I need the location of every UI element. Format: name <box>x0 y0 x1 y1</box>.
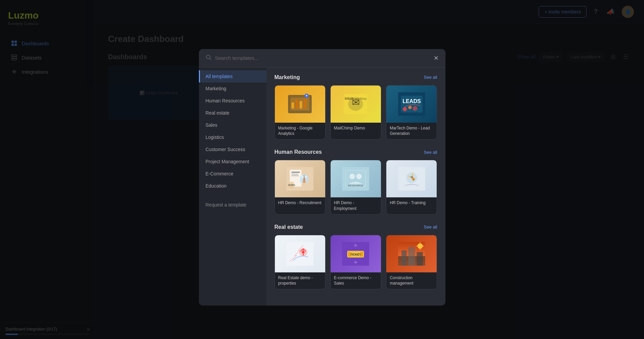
svg-point-51 <box>354 244 357 247</box>
modal-sidebar-marketing[interactable]: Marketing <box>199 82 266 94</box>
modal-sidebar-request[interactable]: Request a template <box>199 198 266 211</box>
svg-rect-49 <box>348 252 351 257</box>
hr-section-title: Human Resources <box>275 149 322 155</box>
modal-sidebar-projectmgmt[interactable]: Project Management <box>199 155 266 167</box>
template-card-marketing-ga[interactable]: Marketing - Google Analytics <box>275 85 326 140</box>
search-input[interactable] <box>215 55 430 61</box>
template-card-re-properties[interactable]: Real Estate demo - properties <box>275 235 326 290</box>
template-label-martech: MarTech Demo - Lead Generation <box>386 122 437 139</box>
svg-point-58 <box>417 243 423 249</box>
svg-rect-30 <box>291 174 298 174</box>
svg-text:RESOURCE: RESOURCE <box>348 184 363 187</box>
svg-point-25 <box>408 105 412 109</box>
realestate-see-all[interactable]: See all <box>424 224 437 229</box>
template-thumb-marketing-ga <box>275 85 325 122</box>
hr-section: Human Resources See all <box>275 149 437 215</box>
template-label-hr-employment: HR Demo - Employment <box>331 197 381 214</box>
template-label-hr-recruitment: HR Demo - Recruitment <box>275 197 325 209</box>
svg-rect-50 <box>360 252 363 257</box>
svg-point-24 <box>403 107 407 111</box>
template-card-hr-employment[interactable]: RESOURCE HR Demo - Employment <box>330 160 381 215</box>
hr-see-all[interactable]: See all <box>424 149 437 154</box>
template-label-hr-training: HR Demo - Training <box>386 197 437 209</box>
template-label-ecommerce-sales: E-commerce Demo -Sales <box>331 272 381 289</box>
svg-text:TICKET: TICKET <box>350 253 361 256</box>
marketing-templates-grid: Marketing - Google Analytics ✉ intuit ma… <box>275 85 437 140</box>
template-thumb-ecommerce-sales: TICKET <box>331 235 381 272</box>
svg-rect-14 <box>304 99 306 108</box>
template-thumb-hr-training: 🤸 <box>386 160 437 197</box>
modal-sidebar-realestate[interactable]: Real estate <box>199 106 266 119</box>
svg-rect-55 <box>402 250 407 266</box>
svg-text:LEADS: LEADS <box>403 98 421 104</box>
modal-sidebar-education[interactable]: Education <box>199 179 266 192</box>
marketing-section-header: Marketing See all <box>275 74 437 80</box>
hr-section-header: Human Resources See all <box>275 149 437 155</box>
svg-rect-56 <box>408 247 415 266</box>
svg-rect-29 <box>291 172 300 173</box>
marketing-see-all[interactable]: See all <box>424 75 437 80</box>
modal-body: All templates Marketing Human Resources … <box>199 67 445 306</box>
realestate-section-header: Real estate See all <box>275 224 437 230</box>
svg-rect-12 <box>295 99 298 108</box>
svg-point-45 <box>302 251 305 253</box>
svg-point-37 <box>356 174 362 179</box>
svg-text:JOBS: JOBS <box>288 184 295 187</box>
modal-sidebar-hr[interactable]: Human Resources <box>199 94 266 106</box>
modal-search-bar: ✕ <box>199 49 445 67</box>
template-label-re-properties: Real Estate demo - properties <box>275 272 325 289</box>
template-label-marketing-ga: Marketing - Google Analytics <box>275 122 325 139</box>
template-card-construction[interactable]: Construction management <box>386 235 437 290</box>
svg-text:mailchimp: mailchimp <box>353 97 367 100</box>
template-label-construction: Construction management <box>386 272 437 289</box>
svg-rect-13 <box>300 101 302 108</box>
svg-text:🤸: 🤸 <box>407 173 416 182</box>
svg-rect-11 <box>291 102 294 108</box>
marketing-section-title: Marketing <box>275 74 300 80</box>
modal-sidebar-logistics[interactable]: Logistics <box>199 131 266 143</box>
template-card-hr-training[interactable]: 🤸 HR Demo - Training <box>386 160 437 215</box>
svg-text:intuit: intuit <box>345 96 353 100</box>
template-thumb-re-properties <box>275 235 325 272</box>
template-thumb-mailchimp: ✉ intuit mailchimp <box>331 85 381 122</box>
template-card-mailchimp[interactable]: ✉ intuit mailchimp MailChimp Demo <box>330 85 381 140</box>
modal-template-content: Marketing See all <box>266 67 445 306</box>
template-thumb-hr-recruitment: 👔 JOBS <box>275 160 325 197</box>
modal-sidebar: All templates Marketing Human Resources … <box>199 67 266 306</box>
modal-sidebar-all-templates[interactable]: All templates <box>199 70 266 82</box>
modal-sidebar-customersuccess[interactable]: Customer Success <box>199 143 266 155</box>
template-thumb-construction <box>386 235 437 272</box>
svg-rect-31 <box>291 175 299 176</box>
template-modal: ✕ All templates Marketing Human Resource… <box>199 49 445 306</box>
realestate-section: Real estate See all <box>275 224 437 290</box>
marketing-section: Marketing See all <box>275 74 437 140</box>
template-card-ecommerce-sales[interactable]: TICKET E-commerce Demo -Sales <box>330 235 381 290</box>
svg-rect-57 <box>417 252 423 266</box>
template-thumb-hr-employment: RESOURCE <box>331 160 381 197</box>
template-card-martech[interactable]: LEADS MarTech Demo - Lead Generation <box>386 85 437 140</box>
modal-sidebar-ecommerce[interactable]: E-Commerce <box>199 167 266 179</box>
template-card-hr-recruitment[interactable]: 👔 JOBS HR Demo - Recruitment <box>275 160 326 215</box>
hr-templates-grid: 👔 JOBS HR Demo - Recruitment <box>275 160 437 215</box>
realestate-templates-grid: Real Estate demo - properties TICKET <box>275 235 437 290</box>
template-thumb-martech: LEADS <box>386 85 437 122</box>
modal-sidebar-sales[interactable]: Sales <box>199 119 266 131</box>
svg-point-36 <box>350 174 355 179</box>
svg-point-26 <box>413 106 417 111</box>
svg-point-52 <box>354 261 357 264</box>
template-label-mailchimp: MailChimp Demo <box>331 122 381 134</box>
modal-close-button[interactable]: ✕ <box>434 54 439 62</box>
svg-text:👔: 👔 <box>300 174 309 183</box>
realestate-section-title: Real estate <box>275 224 303 230</box>
search-icon <box>206 54 212 62</box>
